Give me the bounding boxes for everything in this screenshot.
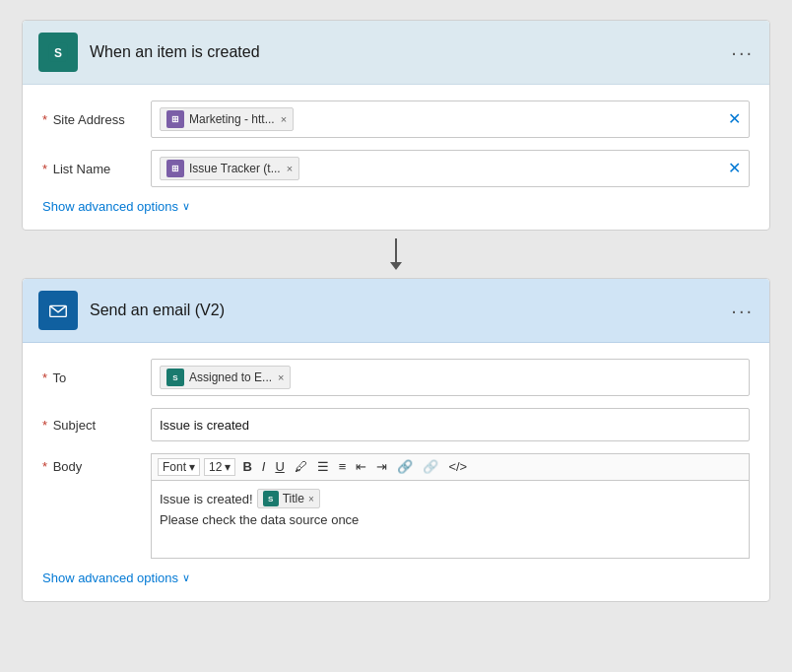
trigger-chevron-icon: ∨: [182, 200, 190, 213]
list-name-token: ⊞ Issue Tracker (t... ×: [160, 157, 299, 180]
indent-right-button[interactable]: ⇥: [373, 458, 390, 476]
action-menu-button[interactable]: ···: [731, 300, 754, 322]
subject-label: * Subject: [42, 418, 151, 433]
connector-arrow: [390, 238, 402, 270]
list-name-token-icon: ⊞: [166, 160, 184, 177]
list-name-required: *: [42, 162, 47, 176]
site-address-row: * Site Address ⊞ Marketing - htt... × ✕: [42, 101, 750, 138]
body-required: *: [42, 459, 47, 474]
subject-field: Issue is created: [151, 408, 750, 441]
font-size-select[interactable]: 12 ▾: [204, 458, 235, 476]
trigger-card-body: * Site Address ⊞ Marketing - htt... × ✕: [23, 85, 769, 230]
action-title: Send an email (V2): [90, 302, 731, 319]
trigger-card-header: S When an item is created ···: [23, 21, 769, 85]
to-token: S Assigned to E... ×: [160, 366, 291, 389]
action-card-body: * To S Assigned to E... ×: [23, 343, 769, 601]
to-token-icon: S: [166, 369, 184, 386]
list-name-token-close[interactable]: ×: [287, 163, 293, 174]
arrow-line: [395, 238, 397, 262]
to-row: * To S Assigned to E... ×: [42, 359, 750, 396]
subject-row: * Subject Issue is created: [42, 408, 750, 441]
list-name-input[interactable]: ⊞ Issue Tracker (t... × ✕: [151, 150, 750, 187]
site-address-required: *: [42, 112, 47, 127]
site-address-field: ⊞ Marketing - htt... × ✕: [151, 101, 750, 138]
body-line-1: Issue is created! S Title ×: [160, 489, 741, 508]
numbered-list-button[interactable]: ≡: [336, 458, 350, 476]
flow-container: S When an item is created ··· * Site Add…: [22, 20, 770, 602]
trigger-title: When an item is created: [90, 43, 731, 61]
action-chevron-icon: ∨: [182, 571, 190, 584]
to-input[interactable]: S Assigned to E... ×: [151, 359, 750, 396]
bold-button[interactable]: B: [239, 458, 254, 476]
list-name-row: * List Name ⊞ Issue Tracker (t... × ✕: [42, 150, 750, 187]
list-name-field: ⊞ Issue Tracker (t... × ✕: [151, 150, 750, 187]
body-field: Font ▾ 12 ▾ B I U 🖊 ☰ ≡ ⇤: [151, 453, 750, 559]
list-name-label: * List Name: [42, 162, 151, 176]
arrow-head: [390, 262, 402, 270]
site-address-input[interactable]: ⊞ Marketing - htt... × ✕: [151, 101, 750, 138]
site-address-clear[interactable]: ✕: [728, 111, 741, 127]
to-label: * To: [42, 370, 151, 385]
site-address-token: ⊞ Marketing - htt... ×: [160, 107, 294, 131]
to-required: *: [42, 370, 47, 385]
font-size-dropdown-icon: ▾: [225, 460, 231, 474]
underline-button[interactable]: U: [272, 458, 287, 476]
code-button[interactable]: </>: [445, 458, 470, 476]
trigger-icon: S: [38, 33, 78, 72]
bullet-list-button[interactable]: ☰: [314, 458, 332, 476]
action-card-header: Send an email (V2) ···: [23, 279, 769, 343]
action-show-advanced[interactable]: Show advanced options ∨: [42, 571, 750, 585]
site-address-label: * Site Address: [42, 112, 151, 127]
site-address-token-icon: ⊞: [166, 110, 184, 128]
body-token-icon: S: [263, 491, 279, 506]
font-dropdown-icon: ▾: [189, 460, 195, 474]
body-text-2: Please check the data source once: [160, 512, 359, 527]
body-token-close[interactable]: ×: [308, 494, 314, 504]
link-button[interactable]: 🔗: [394, 458, 416, 476]
body-row: * Body Font ▾ 12 ▾ B: [42, 453, 750, 559]
svg-text:S: S: [54, 46, 62, 60]
action-icon: [38, 291, 78, 330]
action-card: Send an email (V2) ··· * To S Assigned: [22, 278, 770, 602]
site-address-token-close[interactable]: ×: [281, 113, 287, 125]
body-text-1: Issue is created!: [160, 492, 253, 506]
trigger-card: S When an item is created ··· * Site Add…: [22, 20, 770, 231]
list-name-clear[interactable]: ✕: [728, 161, 741, 176]
trigger-menu-button[interactable]: ···: [731, 41, 754, 64]
color-button[interactable]: 🖊: [292, 458, 310, 476]
italic-button[interactable]: I: [259, 458, 269, 476]
body-line-2: Please check the data source once: [160, 512, 741, 527]
unlink-button[interactable]: 🔗: [420, 458, 441, 476]
font-select[interactable]: Font ▾: [158, 458, 200, 476]
body-inline-token: S Title ×: [257, 489, 320, 508]
indent-left-button[interactable]: ⇤: [353, 458, 369, 476]
to-field: S Assigned to E... ×: [151, 359, 750, 396]
trigger-show-advanced[interactable]: Show advanced options ∨: [42, 199, 750, 214]
body-toolbar: Font ▾ 12 ▾ B I U 🖊 ☰ ≡ ⇤: [151, 453, 750, 480]
subject-required: *: [42, 418, 47, 433]
subject-input[interactable]: Issue is created: [151, 408, 750, 441]
body-content[interactable]: Issue is created! S Title × Please check…: [151, 480, 750, 559]
to-token-close[interactable]: ×: [278, 371, 284, 383]
body-label: * Body: [42, 453, 151, 474]
